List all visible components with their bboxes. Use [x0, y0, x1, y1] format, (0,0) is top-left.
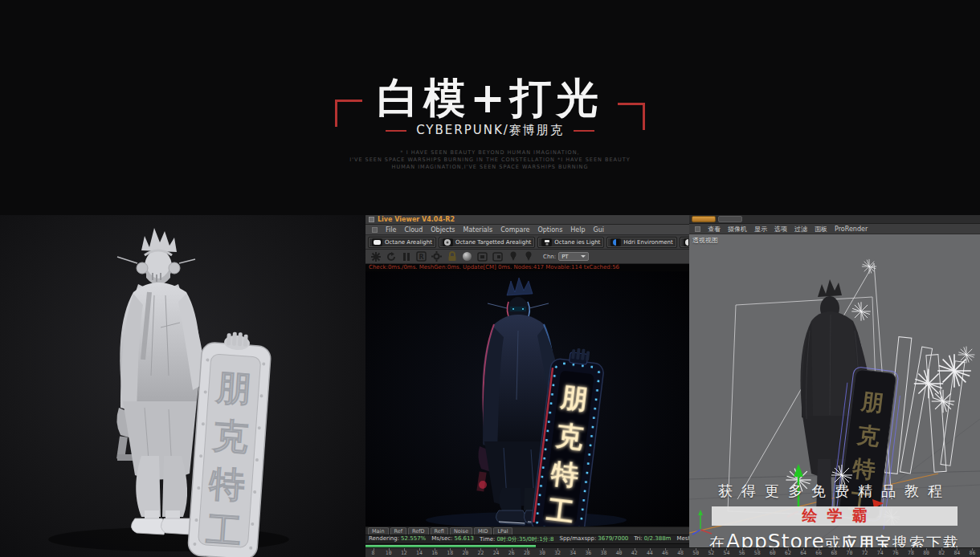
- timeline-frame-number: 48: [673, 548, 688, 557]
- menu-materials[interactable]: Materials: [463, 226, 492, 234]
- subtitle: CYBERPUNK/赛博朋克: [0, 123, 980, 138]
- menu-options[interactable]: Options: [537, 226, 562, 234]
- viewport-menubar: 查看 摄像机 显示 选项 过滤 面板 ProRender: [689, 224, 980, 234]
- title-wrap: 白模+打光: [0, 71, 980, 127]
- render-pass-tab[interactable]: LPal: [493, 527, 512, 535]
- menu-cloud[interactable]: Cloud: [404, 226, 423, 234]
- film-view-icon[interactable]: [492, 251, 503, 262]
- timeline-frame-number: 26: [504, 548, 519, 557]
- promo-brand-bar: 绘学霸: [712, 506, 958, 526]
- timeline-frame-number: 24: [488, 548, 504, 557]
- promo-line1: 获得更多免费精品教程: [689, 482, 980, 501]
- menu-view[interactable]: 查看: [708, 225, 721, 234]
- render-pass-tab[interactable]: RefD: [408, 527, 429, 535]
- octane-ies-light-button[interactable]: Octane ies Light: [537, 237, 604, 248]
- lock-resolution-icon[interactable]: [447, 251, 457, 262]
- menu-help[interactable]: Help: [570, 226, 585, 234]
- pick-focus-icon[interactable]: [508, 251, 518, 262]
- menu-prorender[interactable]: ProRender: [835, 226, 868, 233]
- timeline-frame-number: 34: [566, 548, 581, 557]
- render-pass-tabs: MainRefRefDReflNoiseMIDLPal: [365, 527, 689, 535]
- region-render-icon[interactable]: R: [416, 251, 427, 262]
- restart-render-icon[interactable]: [386, 251, 396, 262]
- render-pass-tab[interactable]: Refl: [431, 527, 448, 535]
- kernel-icon[interactable]: [370, 251, 381, 262]
- octane-targetted-arealight-button[interactable]: Octane Targetted Arealight: [439, 237, 535, 248]
- page: 白模+打光 CYBERPUNK/赛博朋克 * I HAVE SEEN BEAUT…: [0, 0, 980, 557]
- timeline-frame-number: 84: [949, 548, 965, 557]
- render-viewport[interactable]: 朋 克 特 工: [365, 271, 689, 527]
- timeline-frame-number: 86: [965, 548, 980, 557]
- mesh-status-text: Check:0ms./0ms. MeshGen:0ms. Update[CM] …: [365, 264, 689, 271]
- menu-camera[interactable]: 摄像机: [728, 225, 747, 234]
- svg-text:工: 工: [205, 509, 243, 552]
- tagline-line: HUMAN IMAGINATION,I'VE SEEN SPACE WARSHI…: [0, 164, 980, 171]
- menu-display[interactable]: 显示: [754, 225, 767, 234]
- octane-arealight-button[interactable]: Octane Arealight: [368, 237, 436, 248]
- menu-grip-icon: [695, 226, 700, 232]
- stat-item: Spp/maxspp:3679/7000: [559, 535, 628, 543]
- panels-row: 朋 克 特 工 王氏教育集: [0, 215, 980, 557]
- menu-options[interactable]: 选项: [774, 225, 787, 234]
- viewport-canvas[interactable]: 透视视图: [689, 234, 980, 547]
- view-label: 透视视图: [692, 236, 718, 245]
- render-controls-toolbar: R Chn: PT: [365, 250, 689, 264]
- settings-gear-icon[interactable]: [431, 251, 442, 262]
- render-pass-tab[interactable]: Ref: [390, 527, 407, 535]
- pick-material-icon[interactable]: [523, 251, 533, 262]
- timeline-frame-number: 36: [581, 548, 596, 557]
- live-viewer-titlebar[interactable]: Live Viewer V4.04-R2: [365, 215, 689, 225]
- menu-panel[interactable]: 面板: [815, 225, 827, 234]
- live-viewer-menubar: File Cloud Objects Materials Compare Opt…: [365, 225, 689, 235]
- hdri-environment-icon: [610, 238, 621, 246]
- promo-footer: 获得更多免费精品教程 绘学霸 在AppStore或应用宝搜索下载: [689, 482, 980, 547]
- timeline-frame-number: 50: [688, 548, 704, 557]
- header-banner: 白模+打光 CYBERPUNK/赛博朋克 * I HAVE SEEN BEAUT…: [0, 0, 980, 215]
- menu-gui[interactable]: Gui: [594, 226, 605, 234]
- timeline-frame-number: 30: [534, 548, 549, 557]
- window-title: Live Viewer V4.04-R2: [378, 216, 455, 223]
- rendered-character-image: 朋 克 特 工: [365, 271, 689, 527]
- svg-text:特: 特: [206, 462, 246, 506]
- clay-render-image: 朋 克 特 工: [0, 215, 365, 557]
- live-viewer-window: Live Viewer V4.04-R2 File Cloud Objects …: [365, 215, 689, 557]
- menu-objects[interactable]: Objects: [431, 226, 455, 234]
- timeline-frame-number: 80: [919, 548, 934, 557]
- timeline-frame-number: 76: [888, 548, 903, 557]
- channel-dropdown[interactable]: PT: [558, 252, 589, 261]
- timeline-frame-number: 44: [642, 548, 657, 557]
- menu-filter[interactable]: 过滤: [794, 225, 807, 234]
- texture-environment-icon: [684, 238, 689, 246]
- timeline-frame-number: 62: [780, 548, 795, 557]
- stat-item: Rendering:52.557%: [369, 535, 426, 543]
- subtitle-dash-left-icon: [386, 130, 406, 132]
- page-title: 白模+打光: [377, 71, 603, 127]
- timeline-frame-number: 18: [443, 548, 458, 557]
- render-pass-tab[interactable]: Main: [368, 527, 389, 535]
- timeline-frame-number: 16: [427, 548, 443, 557]
- pause-render-icon[interactable]: [401, 251, 411, 262]
- menu-grip-icon: [372, 227, 378, 233]
- timeline-frame-number: 32: [550, 548, 566, 557]
- menu-file[interactable]: File: [386, 226, 396, 234]
- material-ball-icon[interactable]: [462, 251, 472, 262]
- timeline-frame-number: 22: [473, 548, 488, 557]
- timeline-frame-number: 40: [611, 548, 627, 557]
- viewport-tab-active[interactable]: [692, 216, 716, 222]
- texture-environment-button[interactable]: Texture Environment: [680, 237, 689, 248]
- timeline-frame-number: 78: [903, 548, 918, 557]
- arealight-icon: [372, 238, 382, 246]
- camera-view-icon[interactable]: [477, 251, 488, 262]
- stat-item: Mesh:132: [676, 535, 689, 543]
- timeline-frame-number: 28: [519, 548, 534, 557]
- timeline-ruler[interactable]: 8101214161820222426283032343638404244464…: [365, 547, 980, 557]
- hdri-environment-button[interactable]: Hdri Environment: [606, 237, 676, 248]
- subtitle-dash-right-icon: [574, 130, 594, 132]
- render-stats-bar: Rendering:52.557%Ms/sec:56.613Time:0时:0分…: [365, 535, 689, 543]
- ies-light-icon: [541, 238, 552, 246]
- render-pass-tab[interactable]: Noise: [450, 527, 472, 535]
- stat-item: Ms/sec:56.613: [431, 535, 474, 543]
- menu-compare[interactable]: Compare: [500, 226, 529, 234]
- render-pass-tab[interactable]: MID: [474, 527, 492, 535]
- viewport-tab-inactive[interactable]: [718, 216, 742, 222]
